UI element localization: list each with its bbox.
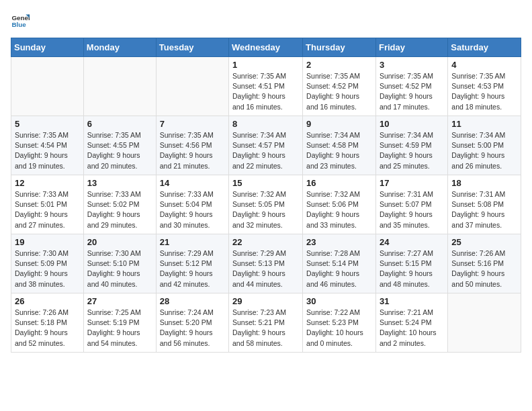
day-info: Sunrise: 7:34 AM Sunset: 4:57 PM Dayligh… (232, 130, 299, 171)
day-number: 26 (15, 296, 80, 306)
day-number: 5 (15, 119, 80, 129)
calendar-week-row: 1Sunrise: 7:35 AM Sunset: 4:51 PM Daylig… (11, 57, 521, 116)
day-number: 13 (87, 178, 152, 188)
calendar-header-row: SundayMondayTuesdayWednesdayThursdayFrid… (11, 38, 521, 57)
calendar-cell: 22Sunrise: 7:29 AM Sunset: 5:13 PM Dayli… (229, 234, 303, 293)
calendar-cell: 1Sunrise: 7:35 AM Sunset: 4:51 PM Daylig… (229, 57, 303, 116)
day-number: 30 (306, 296, 372, 306)
calendar-cell: 23Sunrise: 7:28 AM Sunset: 5:14 PM Dayli… (303, 234, 376, 293)
calendar-cell: 20Sunrise: 7:30 AM Sunset: 5:10 PM Dayli… (83, 234, 156, 293)
day-info: Sunrise: 7:35 AM Sunset: 4:51 PM Dayligh… (232, 71, 299, 112)
day-info: Sunrise: 7:29 AM Sunset: 5:12 PM Dayligh… (160, 248, 225, 289)
day-number: 4 (451, 60, 517, 70)
day-info: Sunrise: 7:30 AM Sunset: 5:09 PM Dayligh… (15, 248, 80, 289)
logo: General Blue (11, 11, 32, 30)
day-number: 25 (451, 237, 517, 247)
calendar-cell (156, 57, 228, 116)
svg-text:Blue: Blue (11, 21, 26, 28)
day-number: 18 (451, 178, 517, 188)
day-number: 31 (380, 296, 444, 306)
day-info: Sunrise: 7:28 AM Sunset: 5:14 PM Dayligh… (306, 248, 372, 289)
day-of-week-header: Sunday (11, 38, 84, 57)
calendar-cell: 10Sunrise: 7:34 AM Sunset: 4:59 PM Dayli… (375, 116, 447, 175)
calendar-cell (11, 57, 84, 116)
day-number: 17 (380, 178, 444, 188)
calendar-cell: 4Sunrise: 7:35 AM Sunset: 4:53 PM Daylig… (448, 57, 521, 116)
calendar-cell (448, 293, 521, 353)
calendar-cell: 12Sunrise: 7:33 AM Sunset: 5:01 PM Dayli… (11, 175, 84, 234)
day-number: 21 (160, 237, 225, 247)
day-info: Sunrise: 7:29 AM Sunset: 5:13 PM Dayligh… (232, 248, 299, 289)
calendar-cell: 27Sunrise: 7:25 AM Sunset: 5:19 PM Dayli… (83, 293, 156, 353)
day-number: 12 (15, 178, 80, 188)
day-number: 24 (380, 237, 444, 247)
day-info: Sunrise: 7:30 AM Sunset: 5:10 PM Dayligh… (87, 248, 152, 289)
calendar-cell: 25Sunrise: 7:26 AM Sunset: 5:16 PM Dayli… (448, 234, 521, 293)
calendar-cell: 15Sunrise: 7:32 AM Sunset: 5:05 PM Dayli… (229, 175, 303, 234)
day-info: Sunrise: 7:26 AM Sunset: 5:18 PM Dayligh… (15, 308, 80, 349)
calendar-week-row: 5Sunrise: 7:35 AM Sunset: 4:54 PM Daylig… (11, 116, 521, 175)
calendar-cell: 21Sunrise: 7:29 AM Sunset: 5:12 PM Dayli… (156, 234, 228, 293)
day-number: 19 (15, 237, 80, 247)
calendar-cell: 18Sunrise: 7:31 AM Sunset: 5:08 PM Dayli… (448, 175, 521, 234)
day-of-week-header: Tuesday (156, 38, 228, 57)
day-info: Sunrise: 7:24 AM Sunset: 5:20 PM Dayligh… (160, 308, 225, 349)
day-number: 2 (306, 60, 372, 70)
day-number: 23 (306, 237, 372, 247)
calendar-cell: 29Sunrise: 7:23 AM Sunset: 5:21 PM Dayli… (229, 293, 303, 353)
day-of-week-header: Wednesday (229, 38, 303, 57)
day-of-week-header: Monday (83, 38, 156, 57)
day-info: Sunrise: 7:34 AM Sunset: 4:59 PM Dayligh… (380, 130, 444, 171)
calendar-cell: 16Sunrise: 7:32 AM Sunset: 5:06 PM Dayli… (303, 175, 376, 234)
calendar-table: SundayMondayTuesdayWednesdayThursdayFrid… (11, 38, 521, 353)
calendar-cell (83, 57, 156, 116)
day-info: Sunrise: 7:26 AM Sunset: 5:16 PM Dayligh… (451, 248, 517, 289)
calendar-cell: 9Sunrise: 7:34 AM Sunset: 4:58 PM Daylig… (303, 116, 376, 175)
day-info: Sunrise: 7:31 AM Sunset: 5:08 PM Dayligh… (451, 189, 517, 230)
day-number: 8 (232, 119, 299, 129)
calendar-cell: 3Sunrise: 7:35 AM Sunset: 4:52 PM Daylig… (375, 57, 447, 116)
day-number: 28 (160, 296, 225, 306)
calendar-cell: 28Sunrise: 7:24 AM Sunset: 5:20 PM Dayli… (156, 293, 228, 353)
day-number: 3 (380, 60, 444, 70)
day-number: 27 (87, 296, 152, 306)
day-info: Sunrise: 7:33 AM Sunset: 5:04 PM Dayligh… (160, 189, 225, 230)
day-info: Sunrise: 7:35 AM Sunset: 4:56 PM Dayligh… (160, 130, 225, 171)
day-number: 6 (87, 119, 152, 129)
calendar-cell: 26Sunrise: 7:26 AM Sunset: 5:18 PM Dayli… (11, 293, 84, 353)
day-number: 1 (232, 60, 299, 70)
day-info: Sunrise: 7:23 AM Sunset: 5:21 PM Dayligh… (232, 308, 299, 349)
day-info: Sunrise: 7:33 AM Sunset: 5:01 PM Dayligh… (15, 189, 80, 230)
day-info: Sunrise: 7:34 AM Sunset: 4:58 PM Dayligh… (306, 130, 372, 171)
day-info: Sunrise: 7:31 AM Sunset: 5:07 PM Dayligh… (380, 189, 444, 230)
day-info: Sunrise: 7:35 AM Sunset: 4:53 PM Dayligh… (451, 71, 517, 112)
day-info: Sunrise: 7:27 AM Sunset: 5:15 PM Dayligh… (380, 248, 444, 289)
day-number: 11 (451, 119, 517, 129)
day-number: 16 (306, 178, 372, 188)
calendar-cell: 6Sunrise: 7:35 AM Sunset: 4:55 PM Daylig… (83, 116, 156, 175)
calendar-cell: 13Sunrise: 7:33 AM Sunset: 5:02 PM Dayli… (83, 175, 156, 234)
day-info: Sunrise: 7:35 AM Sunset: 4:52 PM Dayligh… (380, 71, 444, 112)
day-number: 7 (160, 119, 225, 129)
calendar-week-row: 12Sunrise: 7:33 AM Sunset: 5:01 PM Dayli… (11, 175, 521, 234)
day-info: Sunrise: 7:32 AM Sunset: 5:05 PM Dayligh… (232, 189, 299, 230)
day-info: Sunrise: 7:35 AM Sunset: 4:52 PM Dayligh… (306, 71, 372, 112)
day-info: Sunrise: 7:32 AM Sunset: 5:06 PM Dayligh… (306, 189, 372, 230)
calendar-cell: 2Sunrise: 7:35 AM Sunset: 4:52 PM Daylig… (303, 57, 376, 116)
calendar-week-row: 26Sunrise: 7:26 AM Sunset: 5:18 PM Dayli… (11, 293, 521, 353)
day-number: 10 (380, 119, 444, 129)
day-number: 20 (87, 237, 152, 247)
day-info: Sunrise: 7:35 AM Sunset: 4:54 PM Dayligh… (15, 130, 80, 171)
day-info: Sunrise: 7:33 AM Sunset: 5:02 PM Dayligh… (87, 189, 152, 230)
calendar-week-row: 19Sunrise: 7:30 AM Sunset: 5:09 PM Dayli… (11, 234, 521, 293)
day-number: 9 (306, 119, 372, 129)
calendar-cell: 8Sunrise: 7:34 AM Sunset: 4:57 PM Daylig… (229, 116, 303, 175)
day-info: Sunrise: 7:34 AM Sunset: 5:00 PM Dayligh… (451, 130, 517, 171)
day-info: Sunrise: 7:35 AM Sunset: 4:55 PM Dayligh… (87, 130, 152, 171)
day-of-week-header: Thursday (303, 38, 376, 57)
calendar-cell: 30Sunrise: 7:22 AM Sunset: 5:23 PM Dayli… (303, 293, 376, 353)
calendar-cell: 19Sunrise: 7:30 AM Sunset: 5:09 PM Dayli… (11, 234, 84, 293)
day-number: 22 (232, 237, 299, 247)
day-info: Sunrise: 7:25 AM Sunset: 5:19 PM Dayligh… (87, 308, 152, 349)
calendar-cell: 31Sunrise: 7:21 AM Sunset: 5:24 PM Dayli… (375, 293, 447, 353)
